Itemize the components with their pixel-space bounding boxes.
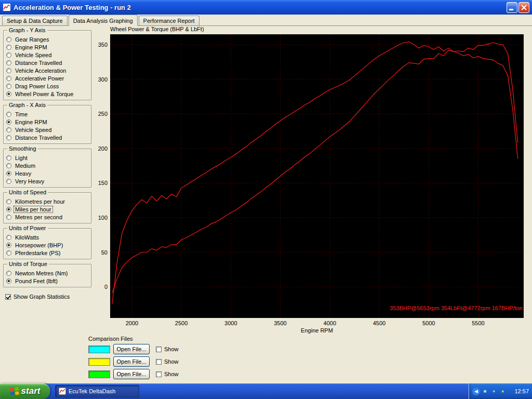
radio-icon: [6, 155, 11, 161]
show-checkbox[interactable]: [156, 359, 162, 365]
network-status-icon[interactable]: ■: [481, 388, 489, 395]
radio-label: Accelerative Power: [14, 75, 65, 82]
radio-icon: [6, 171, 11, 176]
tab-setup-data-capture[interactable]: Setup & Data Capture: [2, 16, 68, 25]
radio-label: Newton Metres (Nm): [14, 270, 69, 276]
radio-vehicle-speed[interactable]: Vehicle Speed: [6, 126, 88, 134]
y-tick-label: 0: [104, 284, 108, 290]
show-graph-statistics-checkbox[interactable]: Show Graph Statistics: [5, 294, 91, 300]
radio-icon: [6, 52, 11, 58]
show-checkbox[interactable]: [156, 371, 162, 377]
y-tick-label: 200: [98, 145, 108, 152]
radio-vehicle-acceleration[interactable]: Vehicle Acceleration: [6, 66, 88, 74]
radio-icon: [6, 135, 11, 140]
chart-region: 0501001502002503003502000250030003500400…: [95, 23, 528, 336]
comparison-file-row: Open File...Show: [88, 356, 307, 367]
tab-data-analysis-graphing[interactable]: Data Analysis Graphing: [69, 15, 138, 26]
show-checkbox-label: Show: [164, 371, 179, 377]
radio-icon: [6, 127, 11, 132]
comparison-file-row: Open File...Show: [88, 369, 307, 379]
radio-kilometres-per-hour[interactable]: Kilometres per hour: [6, 197, 88, 205]
y-tick-label: 350: [98, 42, 108, 48]
radio-icon: [6, 84, 11, 89]
show-checkbox[interactable]: [156, 347, 162, 352]
radio-very-heavy[interactable]: Very Heavy: [6, 177, 88, 185]
x-axis-label: Engine RPM: [110, 327, 524, 334]
tray-clock: 12:57: [514, 388, 529, 394]
radio-label: Time: [14, 111, 29, 117]
x-tick-label: 5000: [422, 320, 435, 326]
close-icon: [519, 3, 529, 12]
radio-light[interactable]: Light: [6, 154, 88, 162]
x-tick-label: 2000: [126, 320, 138, 326]
windows-logo-icon: [10, 387, 19, 396]
radio-kilowatts[interactable]: KiloWatts: [6, 233, 88, 241]
radio-icon: [6, 271, 11, 276]
group-title: Units of Speed: [7, 189, 48, 195]
radio-icon: [6, 278, 11, 284]
radio-label: Gear Ranges: [14, 36, 50, 43]
volume-icon[interactable]: ♦: [499, 388, 507, 395]
radio-label: Engine RPM: [14, 119, 48, 125]
radio-label: Engine RPM: [14, 44, 48, 50]
radio-icon: [6, 68, 11, 73]
radio-engine-rpm[interactable]: Engine RPM: [6, 118, 88, 126]
radio-drag-power-loss[interactable]: Drag Power Loss: [6, 82, 88, 90]
radio-label: Metres per second: [14, 214, 63, 220]
color-swatch: [88, 358, 110, 366]
radio-accelerative-power[interactable]: Accelerative Power: [6, 74, 88, 82]
radio-time[interactable]: Time: [6, 110, 88, 118]
group-graph-y-axis: Graph - Y AxisGear RangesEngine RPMVehic…: [3, 30, 91, 100]
radio-label: Heavy: [14, 170, 32, 177]
radio-miles-per-hour[interactable]: Miles per hour: [6, 205, 88, 213]
options-panel: Graph - Y AxisGear RangesEngine RPMVehic…: [3, 27, 91, 300]
y-tick-label: 150: [98, 180, 108, 186]
radio-label: Vehicle Acceleration: [14, 68, 67, 74]
radio-icon: [6, 235, 11, 240]
start-button[interactable]: start: [0, 383, 50, 399]
radio-vehicle-speed[interactable]: Vehicle Speed: [6, 51, 88, 59]
radio-heavy[interactable]: Heavy: [6, 169, 88, 177]
x-tick-label: 4500: [373, 320, 385, 326]
radio-medium[interactable]: Medium: [6, 162, 88, 169]
group-title: Smoothing: [7, 145, 38, 152]
radio-label: Distance Travelled: [14, 135, 63, 141]
radio-newton-metres-nm[interactable]: Newton Metres (Nm): [6, 269, 88, 277]
taskbar-item-label: EcuTek DeltaDash: [69, 388, 116, 394]
radio-pferdestarke-ps[interactable]: Pferdestarke (PS): [6, 249, 88, 257]
radio-label: Kilometres per hour: [14, 198, 66, 205]
radio-icon: [6, 163, 11, 168]
radio-wheel-power-torque[interactable]: Wheel Power & Torque: [6, 90, 88, 98]
radio-horsepower-bhp[interactable]: Horsepower (BHP): [6, 241, 88, 249]
radio-distance-travelled[interactable]: Distance Travelled: [6, 134, 88, 141]
title-bar: Acceleration & Power Testing - run 2: [0, 0, 532, 15]
close-button[interactable]: [518, 2, 529, 13]
radio-distance-travelled[interactable]: Distance Travelled: [6, 59, 88, 66]
radio-label: KiloWatts: [14, 234, 40, 241]
window-title: Acceleration & Power Testing - run 2: [14, 4, 131, 11]
group-title: Graph - X Axis: [7, 102, 47, 108]
chart-title: Wheel Power & Torque (BHP & LbFt): [110, 26, 204, 32]
radio-label: Pferdestarke (PS): [14, 250, 61, 256]
open-file-button[interactable]: Open File...: [113, 344, 150, 354]
radio-metres-per-second[interactable]: Metres per second: [6, 213, 88, 221]
minimize-button[interactable]: [507, 2, 517, 13]
hide-icons-chevron-icon[interactable]: ◀: [472, 388, 480, 395]
radio-icon: [6, 179, 11, 184]
comparison-files-section: Comparison Files Open File...ShowOpen Fi…: [88, 336, 307, 381]
checkbox-label: Show Graph Statistics: [14, 294, 70, 300]
open-file-button[interactable]: Open File...: [113, 356, 150, 367]
radio-gear-ranges[interactable]: Gear Ranges: [6, 35, 88, 43]
open-file-button[interactable]: Open File...: [113, 369, 150, 379]
radio-icon: [6, 199, 11, 204]
group-units-of-power: Units of PowerKiloWattsHorsepower (BHP)P…: [3, 228, 91, 259]
group-smoothing: SmoothingLightMediumHeavyVery Heavy: [3, 149, 91, 188]
comparison-file-row: Open File...Show: [88, 344, 307, 354]
x-tick-label: 2500: [175, 320, 188, 326]
taskbar-item-ecutek-deltadash[interactable]: EcuTek DeltaDash: [55, 385, 139, 397]
radio-engine-rpm[interactable]: Engine RPM: [6, 43, 88, 51]
radio-icon: [6, 60, 11, 65]
radio-pound-feet-lbft[interactable]: Pound Feet (lbft): [6, 277, 88, 285]
antivirus-icon[interactable]: ●: [490, 388, 498, 395]
radio-icon: [6, 37, 11, 42]
